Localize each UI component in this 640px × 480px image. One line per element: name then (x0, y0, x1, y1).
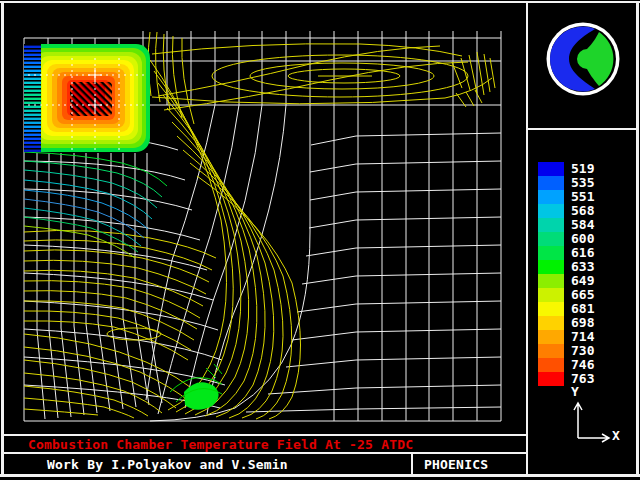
legend-swatch (538, 176, 564, 190)
legend-swatch (538, 330, 564, 344)
legend-entry: 584 (538, 218, 594, 232)
titlebar-mid-divider (1, 452, 528, 454)
legend-swatch (538, 274, 564, 288)
legend-entry: 616 (538, 246, 594, 260)
legend-value: 730 (571, 344, 594, 358)
credit-text: Work By I.Polyakov and V.Semin (47, 457, 288, 472)
legend-entry: 746 (538, 358, 594, 372)
brand-box-divider (411, 452, 413, 476)
border-left (1, 1, 4, 477)
legend-swatch (538, 358, 564, 372)
legend-value: 535 (571, 176, 594, 190)
legend-entry: 763 (538, 372, 594, 386)
legend-swatch (538, 232, 564, 246)
legend-swatch (538, 260, 564, 274)
contour-plot (0, 0, 528, 436)
legend-value: 665 (571, 288, 594, 302)
legend-value: 616 (571, 246, 594, 260)
legend-value: 633 (571, 260, 594, 274)
sidebar-logo-divider (526, 128, 638, 130)
legend-entry: 535 (538, 176, 594, 190)
y-axis-arrow-icon (574, 403, 582, 438)
brand-label: PHOENICS (424, 457, 488, 472)
legend-swatch (538, 344, 564, 358)
titlebar-top-divider (1, 434, 528, 436)
legend-swatch (538, 316, 564, 330)
legend-bar: 5195355515685846006166336496656816987147… (538, 162, 594, 386)
legend-entry: 568 (538, 204, 594, 218)
legend-entry: 698 (538, 316, 594, 330)
legend-value: 600 (571, 232, 594, 246)
legend-value: 698 (571, 316, 594, 330)
x-axis-arrow-icon (578, 434, 609, 442)
legend-swatch (538, 288, 564, 302)
legend-value: 584 (571, 218, 594, 232)
legend-value: 746 (571, 358, 594, 372)
border-top (0, 1, 640, 3)
plot-title: Combustion Chamber Temperature Field At … (28, 437, 413, 452)
legend-swatch (538, 218, 564, 232)
legend-entry: 551 (538, 190, 594, 204)
legend-entry: 665 (538, 288, 594, 302)
phoenics-logo-icon (544, 20, 622, 98)
legend-entry: 633 (538, 260, 594, 274)
legend-swatch (538, 162, 564, 176)
y-axis-label: Y (571, 384, 579, 399)
legend-entry: 681 (538, 302, 594, 316)
legend-value: 649 (571, 274, 594, 288)
phoenics-screen: Combustion Chamber Temperature Field At … (0, 0, 640, 480)
legend-swatch (538, 372, 564, 386)
border-bottom (0, 474, 640, 477)
axis-orientation-glyph: Y X (558, 386, 638, 448)
legend-entry: 649 (538, 274, 594, 288)
legend-swatch (538, 246, 564, 260)
legend-entry: 600 (538, 232, 594, 246)
axis-arrows-icon (558, 386, 638, 448)
sidebar-divider (526, 1, 528, 476)
legend-swatch (538, 190, 564, 204)
legend-swatch (538, 302, 564, 316)
legend-value: 519 (571, 162, 594, 176)
legend-value: 681 (571, 302, 594, 316)
legend-entry: 730 (538, 344, 594, 358)
green-pocket (170, 364, 222, 410)
x-axis-label: X (612, 428, 620, 443)
legend-entry: 519 (538, 162, 594, 176)
hot-spot (24, 44, 150, 152)
legend-swatch (538, 204, 564, 218)
hot-core-hatch (70, 82, 112, 116)
contour-lines-cool (24, 152, 167, 258)
legend-entry: 714 (538, 330, 594, 344)
legend-value: 551 (571, 190, 594, 204)
legend-value: 714 (571, 330, 594, 344)
legend-value: 568 (571, 204, 594, 218)
